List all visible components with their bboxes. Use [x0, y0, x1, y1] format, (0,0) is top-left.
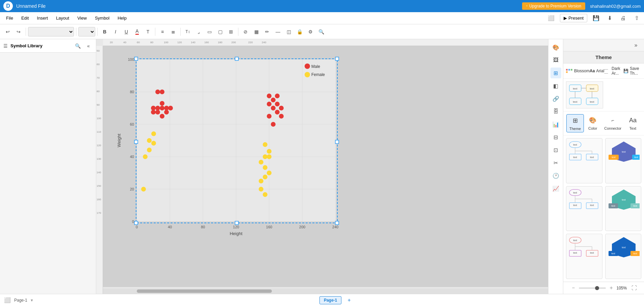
format-paint-button[interactable]: ⊘ — [240, 27, 251, 37]
window-title: Unnamed File — [16, 3, 46, 9]
menu-file[interactable]: File — [3, 14, 17, 22]
pen-button[interactable]: ✏ — [262, 27, 272, 37]
menu-layout[interactable]: Layout — [53, 14, 73, 22]
search-library-button[interactable]: 🔍 — [74, 42, 82, 50]
chart-button[interactable]: 📊 — [550, 119, 561, 130]
svg-text:text: text — [622, 151, 625, 153]
analytics-button[interactable]: 📈 — [550, 183, 561, 194]
undo-button[interactable]: ↩ — [3, 27, 13, 37]
zoom-in-icon[interactable]: ＋ — [609, 284, 614, 291]
svg-text:text: text — [590, 252, 594, 254]
arial-label: Arial — [596, 69, 604, 73]
canvas-content[interactable]: 100 80 60 40 20 0 0 40 80 120 160 200 24… — [103, 46, 548, 287]
dark-ar-option[interactable]: — — Dark Ar... — [604, 66, 623, 76]
align-left-button[interactable]: ≡ — [157, 27, 168, 37]
ruler-tick-60: 60 — [137, 41, 140, 44]
theme-grid-4[interactable]: text text text — [605, 186, 642, 231]
save-theme-option[interactable]: 💾 Save Th... — [623, 66, 641, 76]
font-family-select[interactable]: Arial Times New Roman — [28, 27, 74, 36]
italic-button[interactable]: I — [110, 27, 121, 37]
font-color-button[interactable]: A — [132, 27, 142, 37]
theme-grid-5[interactable]: text text text — [566, 234, 602, 279]
save-icon[interactable]: 💾 — [591, 14, 601, 23]
download-icon[interactable]: ⬇ — [605, 14, 614, 23]
org-chart-button[interactable]: ⊟ — [550, 132, 561, 143]
upgrade-button[interactable]: Upgrade to Premium Version — [522, 2, 585, 10]
theme-tab-theme[interactable]: ⊞ Theme — [566, 114, 584, 132]
svg-text:text: text — [633, 205, 637, 207]
menu-help[interactable]: Help — [114, 14, 130, 22]
shadow-button[interactable]: ◫ — [284, 27, 294, 37]
fill-color-button[interactable]: ▦ — [251, 27, 261, 37]
theme-grid-svg-2: text text text — [607, 140, 640, 163]
line-style-button[interactable]: — — [273, 27, 283, 37]
ruler-left-tick-170: 170 — [97, 211, 101, 214]
insert-image-button[interactable]: 🖼 — [550, 55, 561, 66]
shape-crop-button[interactable]: ⌟ — [194, 27, 204, 37]
blossom-option[interactable]: Blossom — [566, 69, 590, 73]
toggle-panel-button[interactable]: ⬜ — [3, 296, 11, 304]
zoom-slider[interactable] — [579, 287, 606, 289]
theme-grid-1[interactable]: text text text — [566, 138, 602, 183]
collapse-sidebar-button[interactable]: « — [84, 42, 93, 50]
collapse-right-panel-button[interactable]: » — [630, 40, 641, 51]
user-email: shahalinah02@gmail.com — [590, 4, 641, 9]
horizontal-scrollbar[interactable] — [103, 288, 548, 294]
canvas-area[interactable]: 20 40 60 80 100 120 140 160 180 200 220 … — [96, 39, 548, 294]
scrollbar-thumb[interactable] — [137, 289, 272, 293]
present-button[interactable]: ▶ Present — [560, 14, 587, 22]
dropdown-arrow-icon[interactable]: ▼ — [30, 298, 34, 302]
text-bg-button[interactable]: T — [143, 27, 153, 37]
theme-tab-text[interactable]: Aa Text — [625, 114, 641, 132]
theme-grid-6[interactable]: text text text — [605, 234, 642, 279]
menu-edit[interactable]: Edit — [18, 14, 32, 22]
print-icon[interactable]: 🖨 — [618, 14, 628, 23]
text-resize-button[interactable]: T↕ — [183, 27, 193, 37]
layers-button[interactable]: ◧ — [550, 80, 561, 91]
arial-option[interactable]: Aa Arial — [590, 69, 604, 73]
zoom-slider-thumb[interactable] — [595, 286, 599, 290]
zoom-out-icon[interactable]: － — [571, 284, 576, 291]
share-icon[interactable]: ⇧ — [632, 14, 641, 23]
theme-grid-3[interactable]: text text text — [566, 186, 602, 231]
app-logo: D — [3, 1, 13, 11]
x-tick-80: 80 — [201, 225, 205, 229]
menu-insert[interactable]: Insert — [33, 14, 51, 22]
x-tick-0: 0 — [136, 225, 138, 229]
female-dot-15 — [263, 192, 267, 197]
theme-button[interactable]: ⊞ — [550, 68, 561, 78]
round-rect-button[interactable]: ▢ — [215, 27, 225, 37]
menu-symbol[interactable]: Symbol — [92, 14, 113, 22]
style-panel-button[interactable]: 🎨 — [550, 42, 561, 53]
search-button[interactable]: 🔍 — [316, 27, 326, 37]
font-size-select[interactable]: 10121416 — [78, 27, 95, 36]
database-button[interactable]: 🗄 — [550, 106, 561, 117]
format-button[interactable]: ⚙ — [305, 27, 315, 37]
display-icon[interactable]: ⬜ — [546, 14, 556, 23]
add-page-button[interactable]: + — [343, 296, 355, 305]
x-tick-160: 160 — [266, 225, 272, 229]
redo-button[interactable]: ↪ — [14, 27, 24, 37]
align-center-button[interactable]: ≣ — [168, 27, 178, 37]
scissors-button[interactable]: ✂ — [550, 157, 561, 168]
toolbar-sep-5 — [180, 28, 181, 36]
lock-button[interactable]: 🔒 — [294, 27, 305, 37]
container-button[interactable]: ⊡ — [550, 145, 561, 155]
handle-bl — [134, 221, 138, 225]
align-tools-button[interactable]: ⊞ — [226, 27, 236, 37]
bold-button[interactable]: B — [100, 27, 110, 37]
rect-button[interactable]: ▭ — [204, 27, 214, 37]
menu-view[interactable]: View — [74, 14, 90, 22]
theme-grid-2[interactable]: text text text — [605, 138, 642, 183]
link-button[interactable]: 🔗 — [550, 93, 561, 104]
legend-male-dot — [305, 63, 310, 69]
right-icon-toolbar: 🎨 🖼 ⊞ ◧ 🔗 🗄 📊 ⊟ ⊡ ✂ 🕐 📈 — [548, 39, 563, 294]
page-tab-1[interactable]: Page-1 — [319, 296, 341, 304]
theme-tab-color[interactable]: 🎨 Color — [585, 114, 601, 132]
underline-button[interactable]: U — [121, 27, 131, 37]
fullscreen-icon[interactable]: ⛶ — [632, 285, 637, 291]
history-button[interactable]: 🕐 — [550, 170, 561, 181]
theme-tab-connector[interactable]: ⌐ Connector — [601, 114, 624, 132]
ruler-tick-100: 100 — [164, 41, 168, 44]
ruler-tick-240: 240 — [262, 41, 266, 44]
